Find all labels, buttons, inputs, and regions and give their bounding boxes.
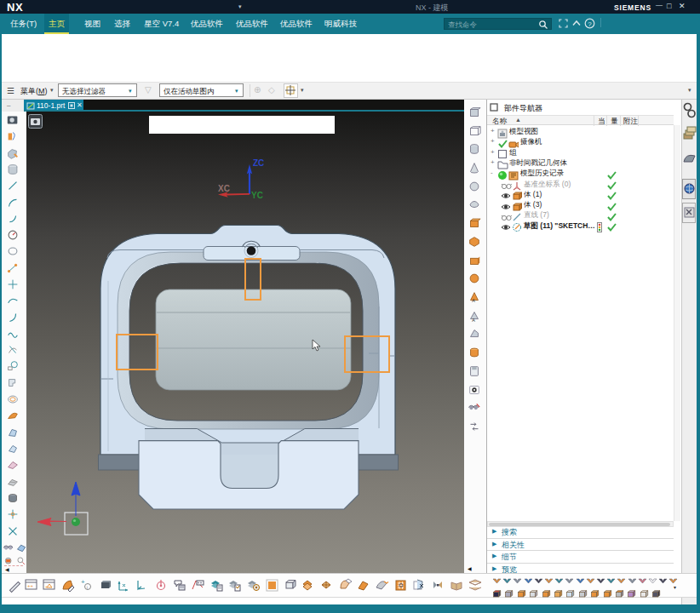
svg-text:A: A xyxy=(472,298,475,303)
svg-text:+: + xyxy=(81,578,85,586)
svg-text:i: i xyxy=(86,585,87,590)
svg-text:++: ++ xyxy=(27,583,34,588)
svg-text:A: A xyxy=(472,318,475,323)
svg-text:?: ? xyxy=(588,20,592,28)
svg-text:+: + xyxy=(45,584,48,589)
